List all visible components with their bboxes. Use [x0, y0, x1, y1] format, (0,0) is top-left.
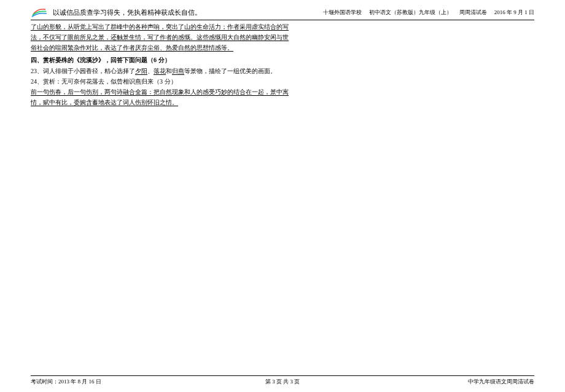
school-motto: 以诚信品质查学习得失，凭执着精神获成长自信。	[53, 8, 323, 17]
course-name: 初中语文（苏教版）九年级（上）	[369, 9, 452, 17]
q23-sep: 和	[166, 68, 172, 74]
school-name: 十堰外国语学校	[323, 9, 362, 17]
q23-sep: 、	[147, 68, 154, 74]
document-body: 了山的形貌，从听觉上写出了群峰中的各种声响，突出了山的生命活力；作者采用虚实结合…	[31, 22, 534, 108]
q23-blank-2: 落花	[154, 68, 166, 74]
passage-line: 了山的形貌，从听觉上写出了群峰中的各种声响，突出了山的生命活力；作者采用虚实结合…	[31, 22, 534, 32]
passage-line: 俗社会的喧闹繁杂作对比，表达了作者厌弃尘俗、热爱自然的思想情感等。	[31, 43, 534, 53]
q24-answer-line: 前一句伤春，后一句伤别，两句诗融合全篇：把自然现象和人的感受巧妙的结合在一起，景…	[31, 87, 534, 97]
exam-type: 周周清试卷	[459, 9, 487, 17]
footer-page-number: 第 3 页 共 3 页	[265, 378, 300, 386]
q23-blank-1: 夕阳	[135, 68, 147, 74]
footer-exam-time: 考试时间：2013 年 8 月 16 日	[31, 378, 101, 386]
page-header: 以诚信品质查学习得失，凭执着精神获成长自信。 十堰外国语学校 初中语文（苏教版）…	[31, 6, 534, 20]
question-23: 23、词人徘徊于小园香径，精心选择了夕阳、落花和归燕等景物，描绘了一组优美的画面…	[31, 66, 534, 76]
header-meta: 十堰外国语学校 初中语文（苏教版）九年级（上） 周周清试卷 2016 年 9 月…	[323, 9, 534, 17]
q23-text-suffix: 等景物，描绘了一组优美的画面。	[184, 68, 276, 74]
q23-text-prefix: 23、词人徘徊于小园香径，精心选择了	[31, 68, 135, 74]
section-4-title: 四、赏析晏殊的《浣溪沙》，回答下面问题（6 分）	[31, 55, 534, 65]
footer-exam-name: 中学九年级语文周周清试卷	[468, 378, 534, 386]
school-logo-icon	[31, 6, 48, 18]
passage-line: 法，不仅写了眼前所见之景，还触景生情，写了作者的感慨。这些感慨用大自然的幽静安闲…	[31, 33, 534, 42]
question-24: 24、赏析：无可奈何花落去，似曾相识燕归来（3 分）	[31, 77, 534, 87]
q23-blank-3: 归燕	[172, 68, 184, 74]
page-footer: 考试时间：2013 年 8 月 16 日 第 3 页 共 3 页 中学九年级语文…	[31, 375, 534, 386]
exam-date: 2016 年 9 月 1 日	[494, 9, 534, 17]
q24-answer-line: 情，赋中有比，委婉含蓄地表达了词人伤别怀旧之情。	[31, 98, 534, 108]
